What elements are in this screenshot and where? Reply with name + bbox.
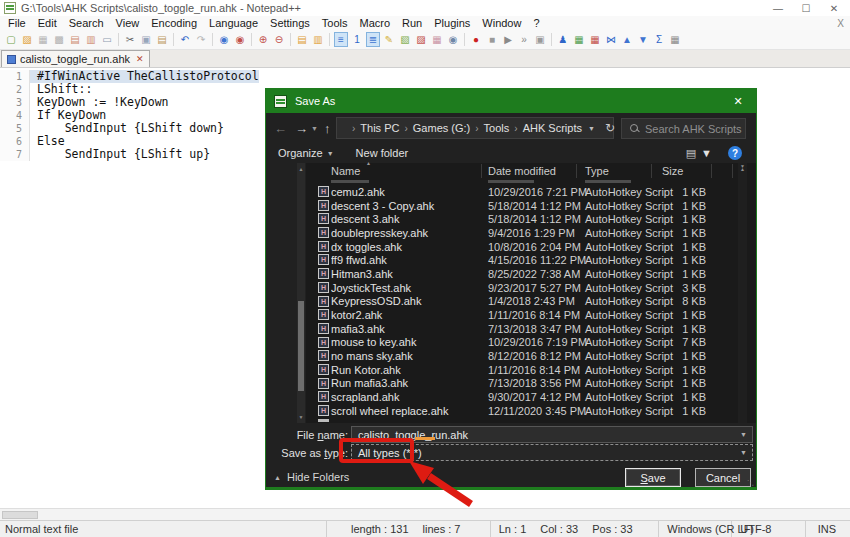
menu-item[interactable]: Edit <box>32 17 63 29</box>
breadcrumb-label[interactable]: Tools <box>484 122 510 134</box>
recent-locations-icon[interactable]: ▼ <box>311 125 318 132</box>
minimize-button[interactable]: — <box>764 1 792 16</box>
file-row[interactable]: H descent 3.ahk 5/18/2014 1:12 PM AutoHo… <box>306 212 738 226</box>
forward-icon[interactable]: → <box>295 121 308 136</box>
document-map-icon[interactable]: ▧ <box>398 32 412 47</box>
file-row[interactable]: H cemu2.ahk 10/29/2016 7:21 PM AutoHotke… <box>306 185 738 199</box>
zoom-out-icon[interactable]: ⊖ <box>272 32 286 47</box>
file-row[interactable]: H no mans sky.ahk 8/12/2016 8:12 PM Auto… <box>306 349 738 363</box>
macro-play-icon[interactable]: ▶ <box>501 32 515 47</box>
help-icon[interactable]: ? <box>728 146 742 160</box>
up-icon[interactable]: ↑ <box>324 121 331 136</box>
status-encoding[interactable]: UTF-8 <box>732 521 805 537</box>
print-icon[interactable]: ▭ <box>100 32 114 47</box>
scrollbar-thumb[interactable] <box>298 301 304 391</box>
file-row[interactable]: H Hitman3.ahk 8/25/2022 7:38 AM AutoHotk… <box>306 267 738 281</box>
tab-close-icon[interactable]: ✕ <box>136 54 144 64</box>
menu-item[interactable]: Plugins <box>428 17 476 29</box>
status-eol-format[interactable]: Windows (CR LF) <box>659 521 732 537</box>
column-header-date[interactable]: Date modified <box>488 165 556 177</box>
new-folder-button[interactable]: New folder <box>356 147 409 159</box>
file-row[interactable]: H ff9 ffwd.ahk 4/15/2016 11:22 PM AutoHo… <box>306 253 738 267</box>
plugin-collapse-icon[interactable]: ▲ <box>620 32 634 47</box>
search-box[interactable]: Search AHK Scripts <box>621 118 746 139</box>
function-list-icon[interactable]: ▦ <box>430 32 444 47</box>
plugin-join-icon[interactable]: ⋈ <box>604 32 618 47</box>
plugin-expand-icon[interactable]: ▼ <box>636 32 650 47</box>
plugin-sigma-icon[interactable]: Σ <box>652 32 666 47</box>
scroll-down-icon[interactable]: ▼ <box>738 163 747 423</box>
hide-folders-button[interactable]: ▲ Hide Folders <box>274 471 349 483</box>
close-button[interactable]: ✕ <box>820 1 848 16</box>
zoom-in-icon[interactable]: ⊕ <box>256 32 270 47</box>
menu-item[interactable]: Settings <box>264 17 316 29</box>
file-row[interactable]: H dx toggles.ahk 10/8/2016 2:04 PM AutoH… <box>306 240 738 254</box>
macro-save-icon[interactable]: ▣ <box>533 32 547 47</box>
show-all-characters-icon[interactable]: 1 <box>350 32 364 47</box>
horizontal-scrollbar[interactable] <box>0 508 850 520</box>
file-row[interactable]: H descent 3 - Copy.ahk 5/18/2014 1:12 PM… <box>306 199 738 213</box>
breadcrumb-segment[interactable]: › AHK Scripts <box>509 122 582 134</box>
macro-run-multiple-icon[interactable]: » <box>517 32 531 47</box>
separator[interactable] <box>329 33 330 46</box>
macro-record-icon[interactable]: ● <box>469 32 483 47</box>
copy-icon[interactable]: ▣ <box>139 32 153 47</box>
back-icon[interactable]: ← <box>274 121 287 136</box>
breadcrumb-label[interactable]: AHK Scripts <box>523 122 582 134</box>
save-button[interactable]: Save <box>625 468 681 487</box>
column-header-size[interactable]: Size <box>662 165 683 177</box>
dialog-close-icon[interactable]: ✕ <box>720 89 756 113</box>
separator[interactable] <box>173 33 174 46</box>
save-all-icon[interactable]: ▩ <box>52 32 66 47</box>
word-wrap-icon[interactable]: ≡ <box>334 32 348 47</box>
separator[interactable] <box>290 33 291 46</box>
scroll-up-icon[interactable]: ▲ <box>297 166 305 172</box>
new-file-icon[interactable]: ▢ <box>4 32 18 47</box>
menu-item[interactable]: Macro <box>353 17 396 29</box>
save-icon[interactable]: ▦ <box>36 32 50 47</box>
breadcrumb-segment[interactable]: › Tools <box>470 122 509 134</box>
menu-item[interactable]: ? <box>527 17 545 29</box>
file-row[interactable]: H doublepresskey.ahk 9/4/2016 1:29 PM Au… <box>306 226 738 240</box>
plugin-table-add-icon[interactable]: ▦ <box>572 32 586 47</box>
monitoring-icon[interactable]: ◉ <box>446 32 460 47</box>
close-document-icon[interactable]: X <box>837 18 844 29</box>
menu-item[interactable]: File <box>2 17 32 29</box>
menu-item[interactable]: Run <box>396 17 428 29</box>
tab-calisto-toggle-run[interactable]: calisto_toggle_run.ahk ✕ <box>1 50 150 67</box>
resize-grip[interactable]: ⋱ <box>747 479 754 487</box>
menu-item[interactable]: Window <box>476 17 527 29</box>
horizontal-scrollbar-thumb[interactable] <box>2 511 38 519</box>
close-all-icon[interactable]: ▥ <box>84 32 98 47</box>
user-language-icon[interactable]: ✎ <box>382 32 396 47</box>
view-dropdown-icon[interactable]: ▼ <box>701 147 712 159</box>
open-file-icon[interactable]: ▨ <box>20 32 34 47</box>
file-row[interactable]: H mafia3.ahk 7/13/2018 3:47 PM AutoHotke… <box>306 322 738 336</box>
separator[interactable] <box>551 33 552 46</box>
separator[interactable] <box>118 33 119 46</box>
file-row[interactable]: H Run mafia3.ahk 7/13/2018 3:56 PM AutoH… <box>306 377 738 391</box>
breadcrumb-segment[interactable]: › Games (G:) <box>399 122 470 134</box>
menu-item[interactable]: Tools <box>316 17 354 29</box>
file-row[interactable]: H Run Kotor.ahk 1/11/2016 8:14 PM AutoHo… <box>306 363 738 377</box>
column-header-name[interactable]: Name <box>331 165 360 177</box>
breadcrumb-label[interactable]: This PC <box>360 122 399 134</box>
separator[interactable] <box>251 33 252 46</box>
address-dropdown-icon[interactable]: ▼ <box>582 125 601 132</box>
status-insert-mode[interactable]: INS <box>806 521 850 537</box>
save-as-type-select[interactable]: All types (*.*) ▼ <box>351 444 753 461</box>
file-row[interactable]: H JoystickTest.ahk 9/23/2017 5:27 PM Aut… <box>306 281 738 295</box>
column-header-type[interactable]: Type <box>585 165 609 177</box>
undo-icon[interactable]: ↶ <box>178 32 192 47</box>
chevron-down-icon[interactable]: ▼ <box>740 449 747 456</box>
menu-item[interactable]: Encoding <box>145 17 203 29</box>
file-row[interactable]: H scroll wheel replace.ahk 12/11/2020 3:… <box>306 404 738 418</box>
file-name-input[interactable]: calisto_toggle_run.ahk ▼ <box>351 426 753 443</box>
macro-stop-icon[interactable]: ■ <box>485 32 499 47</box>
file-row[interactable]: H kotor2.ahk 1/11/2016 8:14 PM AutoHotke… <box>306 308 738 322</box>
organize-button[interactable]: Organize▼ <box>278 147 334 159</box>
sync-horizontal-icon[interactable]: ▥ <box>311 32 325 47</box>
file-row[interactable]: H mouse to key.ahk 10/29/2016 7:19 PM Au… <box>306 336 738 350</box>
plugin-table-remove-icon[interactable]: ▦ <box>588 32 602 47</box>
chevron-down-icon[interactable]: ▼ <box>740 431 747 438</box>
